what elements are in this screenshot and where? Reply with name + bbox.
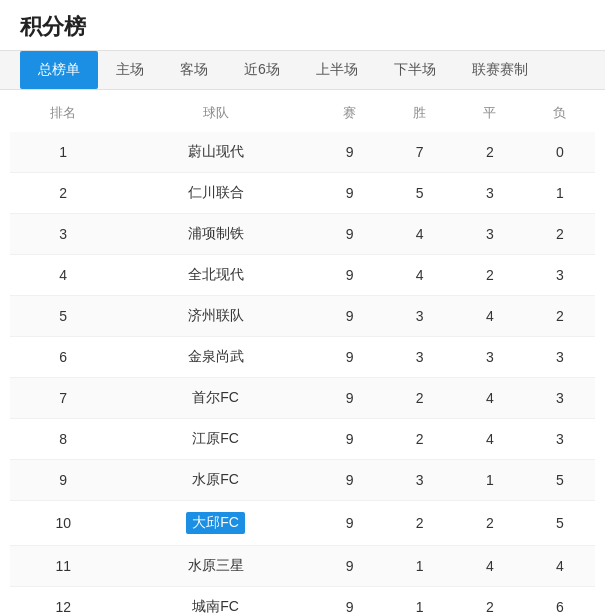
tab-last6[interactable]: 近6场 <box>226 51 298 89</box>
cell-team: 水原FC <box>117 460 315 501</box>
cell-loss: 3 <box>525 419 595 460</box>
tab-firsthalf[interactable]: 上半场 <box>298 51 376 89</box>
tab-format[interactable]: 联赛赛制 <box>454 51 546 89</box>
cell-rank: 12 <box>10 587 117 616</box>
cell-loss: 3 <box>525 255 595 296</box>
cell-loss: 1 <box>525 173 595 214</box>
tab-home[interactable]: 主场 <box>98 51 162 89</box>
cell-win: 3 <box>385 337 455 378</box>
cell-team: 首尔FC <box>117 378 315 419</box>
tab-secondhalf[interactable]: 下半场 <box>376 51 454 89</box>
cell-draw: 2 <box>455 255 525 296</box>
cell-played: 9 <box>315 173 385 214</box>
cell-loss: 4 <box>525 546 595 587</box>
col-rank: 排名 <box>10 94 117 132</box>
col-played: 赛 <box>315 94 385 132</box>
cell-rank: 11 <box>10 546 117 587</box>
cell-win: 7 <box>385 132 455 173</box>
table-row: 2仁川联合9531 <box>10 173 595 214</box>
cell-team: 蔚山现代 <box>117 132 315 173</box>
cell-played: 9 <box>315 337 385 378</box>
cell-draw: 2 <box>455 587 525 616</box>
cell-win: 1 <box>385 587 455 616</box>
cell-rank: 6 <box>10 337 117 378</box>
cell-draw: 3 <box>455 173 525 214</box>
table-row: 4全北现代9423 <box>10 255 595 296</box>
cell-played: 9 <box>315 546 385 587</box>
standings-table-wrap: 排名 球队 赛 胜 平 负 1蔚山现代97202仁川联合95313浦项制铁943… <box>0 94 605 615</box>
cell-played: 9 <box>315 419 385 460</box>
cell-draw: 2 <box>455 501 525 546</box>
cell-rank: 1 <box>10 132 117 173</box>
cell-draw: 3 <box>455 214 525 255</box>
tab-away[interactable]: 客场 <box>162 51 226 89</box>
cell-team: 江原FC <box>117 419 315 460</box>
table-row: 10大邱FC9225 <box>10 501 595 546</box>
tab-overall[interactable]: 总榜单 <box>20 51 98 89</box>
cell-draw: 1 <box>455 460 525 501</box>
cell-team: 大邱FC <box>117 501 315 546</box>
cell-played: 9 <box>315 132 385 173</box>
col-loss: 负 <box>525 94 595 132</box>
table-row: 9水原FC9315 <box>10 460 595 501</box>
page-title: 积分榜 <box>0 0 605 50</box>
cell-draw: 4 <box>455 378 525 419</box>
cell-draw: 4 <box>455 546 525 587</box>
cell-played: 9 <box>315 501 385 546</box>
cell-played: 9 <box>315 255 385 296</box>
cell-win: 5 <box>385 173 455 214</box>
tabs-bar: 总榜单 主场 客场 近6场 上半场 下半场 联赛赛制 <box>0 50 605 90</box>
table-row: 7首尔FC9243 <box>10 378 595 419</box>
cell-loss: 2 <box>525 296 595 337</box>
cell-played: 9 <box>315 296 385 337</box>
cell-win: 2 <box>385 378 455 419</box>
table-row: 5济州联队9342 <box>10 296 595 337</box>
cell-rank: 4 <box>10 255 117 296</box>
table-row: 6金泉尚武9333 <box>10 337 595 378</box>
table-row: 8江原FC9243 <box>10 419 595 460</box>
cell-played: 9 <box>315 378 385 419</box>
cell-team: 金泉尚武 <box>117 337 315 378</box>
cell-loss: 2 <box>525 214 595 255</box>
cell-rank: 10 <box>10 501 117 546</box>
cell-rank: 9 <box>10 460 117 501</box>
cell-win: 4 <box>385 214 455 255</box>
table-row: 1蔚山现代9720 <box>10 132 595 173</box>
cell-played: 9 <box>315 214 385 255</box>
cell-loss: 5 <box>525 460 595 501</box>
cell-win: 1 <box>385 546 455 587</box>
cell-played: 9 <box>315 460 385 501</box>
cell-win: 4 <box>385 255 455 296</box>
cell-win: 3 <box>385 296 455 337</box>
table-header-row: 排名 球队 赛 胜 平 负 <box>10 94 595 132</box>
cell-loss: 3 <box>525 337 595 378</box>
cell-rank: 5 <box>10 296 117 337</box>
cell-rank: 8 <box>10 419 117 460</box>
col-draw: 平 <box>455 94 525 132</box>
cell-draw: 4 <box>455 419 525 460</box>
cell-rank: 7 <box>10 378 117 419</box>
cell-draw: 3 <box>455 337 525 378</box>
cell-team: 水原三星 <box>117 546 315 587</box>
cell-draw: 2 <box>455 132 525 173</box>
cell-loss: 6 <box>525 587 595 616</box>
table-row: 3浦项制铁9432 <box>10 214 595 255</box>
cell-team: 仁川联合 <box>117 173 315 214</box>
cell-team: 济州联队 <box>117 296 315 337</box>
cell-loss: 0 <box>525 132 595 173</box>
cell-played: 9 <box>315 587 385 616</box>
cell-draw: 4 <box>455 296 525 337</box>
cell-loss: 3 <box>525 378 595 419</box>
cell-rank: 2 <box>10 173 117 214</box>
cell-team: 浦项制铁 <box>117 214 315 255</box>
cell-team: 全北现代 <box>117 255 315 296</box>
cell-win: 2 <box>385 501 455 546</box>
table-row: 11水原三星9144 <box>10 546 595 587</box>
col-team: 球队 <box>117 94 315 132</box>
cell-loss: 5 <box>525 501 595 546</box>
col-win: 胜 <box>385 94 455 132</box>
table-row: 12城南FC9126 <box>10 587 595 616</box>
cell-win: 3 <box>385 460 455 501</box>
cell-rank: 3 <box>10 214 117 255</box>
cell-team: 城南FC <box>117 587 315 616</box>
